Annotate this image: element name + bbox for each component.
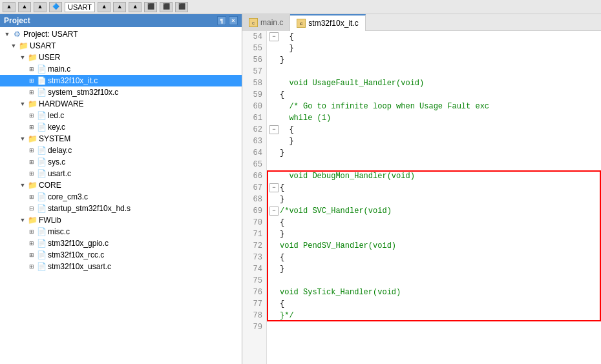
toolbar-btn-3[interactable]: ▲ — [34, 2, 47, 12]
tree-item-ledc[interactable]: ⊞ 📄 led.c — [0, 110, 242, 121]
ln-73[interactable]: 73 — [242, 252, 266, 263]
tree-item-system-folder[interactable]: ▼ 📁 SYSTEM — [0, 133, 242, 145]
code-container[interactable]: 54 55 56 57 58 59 60 61 62 63 64 65 66 6… — [242, 31, 601, 364]
toolbar-btn-4[interactable]: 🔷 — [49, 2, 62, 12]
tree-item-delayc[interactable]: ⊞ 📄 delay.c — [0, 145, 242, 156]
expander-project-root[interactable]: ▼ — [3, 30, 12, 39]
tree-item-usart[interactable]: ▼ 📁 USART — [0, 40, 242, 52]
tree-item-core[interactable]: ▼ 📁 CORE — [0, 179, 242, 191]
expander-fwlib[interactable]: ▼ — [18, 216, 27, 225]
toolbar-btn-6[interactable]: ▲ — [113, 2, 126, 12]
toolbar-btn-8[interactable]: ⬛ — [144, 2, 157, 12]
tree-item-startup[interactable]: ⊟ 📄 startup_stm32f10x_hd.s — [0, 203, 242, 214]
ln-75[interactable]: 75 — [242, 275, 266, 287]
keyc-label: key.c — [48, 123, 65, 132]
toolbar-btn-10[interactable]: ⬛ — [175, 2, 188, 12]
expander-corecm3[interactable]: ⊞ — [27, 192, 36, 201]
ln-57[interactable]: 57 — [242, 66, 266, 77]
tree-item-miscc[interactable]: ⊞ 📄 misc.c — [0, 226, 242, 238]
tree-item-hardware[interactable]: ▼ 📁 HARDWARE — [0, 98, 242, 110]
expander-startup[interactable]: ⊟ — [27, 204, 36, 213]
tree-item-corecm3[interactable]: ⊞ 📄 core_cm3.c — [0, 191, 242, 203]
fold-62[interactable]: − — [269, 125, 279, 134]
tree-item-usartc[interactable]: ⊞ 📄 usart.c — [0, 168, 242, 179]
tree-item-system[interactable]: ⊞ 📄 system_stm32f10x.c — [0, 86, 242, 98]
code-text-76: void SysTick_Handler(void) — [280, 287, 401, 298]
ln-71[interactable]: 71 — [242, 228, 266, 240]
tree-item-user[interactable]: ▼ 📁 USER — [0, 52, 242, 63]
file-icon-corecm3: 📄 — [36, 192, 47, 201]
tree-item-keyc[interactable]: ⊞ 📄 key.c — [0, 121, 242, 133]
file-icon-delayc: 📄 — [36, 146, 47, 155]
expander-miscc[interactable]: ⊞ — [27, 227, 36, 236]
expander-user[interactable]: ▼ — [18, 53, 27, 62]
panel-pin-icon[interactable]: ¶ — [217, 16, 226, 25]
tree-item-fwlib[interactable]: ▼ 📁 FWLib — [0, 214, 242, 226]
toolbar-btn-1[interactable]: ▲ — [3, 2, 16, 12]
expander-rcc[interactable]: ⊞ — [27, 250, 36, 259]
tab-stm32[interactable]: c stm32f10x_it.c — [290, 14, 365, 31]
ln-67[interactable]: 67 — [242, 182, 266, 194]
expander-usartc[interactable]: ⊞ — [27, 169, 36, 178]
code-text-66: void DebugMon_Handler(void) — [280, 170, 415, 182]
toolbar-btn-9[interactable]: ⬛ — [160, 2, 173, 12]
ln-79[interactable]: 79 — [242, 321, 266, 333]
ln-55[interactable]: 55 — [242, 43, 266, 54]
ln-77[interactable]: 77 — [242, 298, 266, 310]
tree-item-sysc[interactable]: ⊞ 📄 sys.c — [0, 156, 242, 168]
fold-67[interactable]: − — [269, 183, 279, 192]
tree-item-mainc[interactable]: ⊞ 📄 main.c — [0, 63, 242, 75]
tree-item-rcc[interactable]: ⊞ 📄 stm32f10x_rcc.c — [0, 249, 242, 261]
code-text-64: } — [280, 147, 284, 159]
expander-delayc[interactable]: ⊞ — [27, 146, 36, 155]
expander-ledc[interactable]: ⊞ — [27, 111, 36, 120]
ln-78[interactable]: 78 — [242, 310, 266, 321]
expander-stm32itc[interactable]: ⊞ — [27, 76, 36, 85]
expander-usart[interactable]: ▼ — [9, 41, 18, 50]
ln-64[interactable]: 64 — [242, 147, 266, 159]
expander-sysc[interactable]: ⊞ — [27, 157, 36, 167]
ln-72[interactable]: 72 — [242, 240, 266, 252]
ln-74[interactable]: 74 — [242, 263, 266, 275]
ln-58[interactable]: 58 — [242, 77, 266, 89]
expander-hardware[interactable]: ▼ — [18, 99, 27, 108]
toolbar-btn-2[interactable]: ▲ — [18, 2, 31, 12]
panel-close-icon[interactable]: × — [229, 16, 238, 25]
ln-62[interactable]: 62 — [242, 124, 266, 136]
expander-gpio[interactable]: ⊞ — [27, 239, 36, 248]
ln-70[interactable]: 70 — [242, 217, 266, 228]
ln-69[interactable]: 69 — [242, 205, 266, 217]
tree-item-usart-fw[interactable]: ⊞ 📄 stm32f10x_usart.c — [0, 261, 242, 272]
tab-label-stm32: stm32f10x_it.c — [308, 19, 358, 28]
code-text-60: /* Go to infinite loop when Usage Fault … — [280, 101, 489, 112]
tree-item-stm32itc[interactable]: ⊞ 📄 stm32f10x_it.c — [0, 75, 242, 86]
tree-item-project-root[interactable]: ▼ ⚙ Project: USART — [0, 28, 242, 40]
ln-61[interactable]: 61 — [242, 112, 266, 124]
code-content: 54 55 56 57 58 59 60 61 62 63 64 65 66 6… — [242, 31, 601, 364]
expander-usart-fw[interactable]: ⊞ — [27, 262, 36, 271]
expander-keyc[interactable]: ⊞ — [27, 123, 36, 132]
hardware-label: HARDWARE — [39, 99, 84, 108]
expander-mainc[interactable]: ⊞ — [27, 65, 36, 74]
ln-76[interactable]: 76 — [242, 287, 266, 298]
code-line-64: } — [269, 147, 601, 159]
ln-54[interactable]: 54 — [242, 31, 266, 43]
ln-59[interactable]: 59 — [242, 89, 266, 101]
fold-69[interactable]: − — [269, 207, 279, 216]
ln-63[interactable]: 63 — [242, 136, 266, 147]
ln-56[interactable]: 56 — [242, 54, 266, 66]
tree-item-gpio[interactable]: ⊞ 📄 stm32f10x_gpio.c — [0, 238, 242, 249]
ln-60[interactable]: 60 — [242, 101, 266, 112]
toolbar-btn-5[interactable]: ▲ — [98, 2, 111, 12]
ln-65[interactable]: 65 — [242, 159, 266, 170]
expander-system[interactable]: ⊞ — [27, 88, 36, 97]
ln-68[interactable]: 68 — [242, 194, 266, 205]
fold-54[interactable]: − — [269, 32, 279, 41]
toolbar-btn-7[interactable]: ▲ — [129, 2, 142, 12]
tab-mainc[interactable]: c main.c — [242, 14, 290, 31]
expander-core[interactable]: ▼ — [18, 181, 27, 190]
code-editor[interactable]: − { } } — [267, 31, 601, 364]
code-line-78: }*/ — [269, 310, 601, 321]
expander-system-folder[interactable]: ▼ — [18, 134, 27, 143]
ln-66[interactable]: 66 — [242, 170, 266, 182]
